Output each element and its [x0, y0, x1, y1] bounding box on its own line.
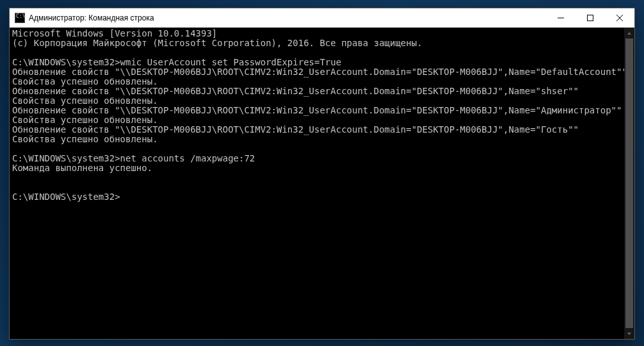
titlebar[interactable]: C:\_ Администратор: Командная строка: [10, 8, 634, 28]
cmd-icon: C:\_: [15, 13, 25, 23]
svg-marker-4: [627, 32, 631, 35]
terminal-line: Обновление свойств "\\DESKTOP-M006BJJ\RO…: [12, 106, 622, 115]
terminal-line: [12, 48, 622, 58]
svg-marker-5: [627, 333, 631, 335]
terminal-line: Обновление свойств "\\DESKTOP-M006BJJ\RO…: [12, 86, 622, 96]
cmd-window: C:\_ Администратор: Командная строка Mic…: [9, 8, 635, 340]
scrollbar-thumb[interactable]: [625, 38, 633, 328]
window-title: Администратор: Командная строка: [29, 13, 154, 22]
terminal-line: Свойства успешно обновлены.: [12, 135, 622, 144]
scrollbar-track[interactable]: [624, 38, 634, 328]
terminal-line: (c) Корпорация Майкрософт (Microsoft Cor…: [12, 38, 622, 48]
terminal-line: C:\WINDOWS\system32>wmic UserAccount set…: [12, 58, 622, 67]
terminal-line: Свойства успешно обновлены.: [12, 115, 622, 125]
terminal-line: C:\WINDOWS\system32>net accounts /maxpwa…: [12, 154, 622, 163]
terminal-line: Обновление свойств "\\DESKTOP-M006BJJ\RO…: [12, 67, 622, 77]
terminal-line: [12, 183, 622, 192]
vertical-scrollbar[interactable]: [624, 28, 634, 339]
terminal-line: Обновление свойств "\\DESKTOP-M006BJJ\RO…: [12, 125, 622, 135]
terminal-line: [12, 144, 622, 154]
terminal-line: Свойства успешно обновлены.: [12, 77, 622, 86]
terminal-line: Microsoft Windows [Version 10.0.14393]: [12, 29, 622, 38]
terminal-line: [12, 173, 622, 183]
maximize-button[interactable]: [576, 8, 605, 28]
terminal-line: C:\WINDOWS\system32>: [12, 192, 622, 202]
client-area: Microsoft Windows [Version 10.0.14393](c…: [10, 28, 634, 339]
svg-rect-1: [588, 15, 593, 21]
terminal-line: Команда выполнена успешно.: [12, 163, 622, 173]
terminal-output[interactable]: Microsoft Windows [Version 10.0.14393](c…: [10, 28, 624, 339]
minimize-button[interactable]: [546, 8, 576, 28]
scroll-up-arrow-icon[interactable]: [624, 28, 634, 38]
close-button[interactable]: [605, 8, 634, 28]
scroll-down-arrow-icon[interactable]: [624, 328, 634, 339]
terminal-line: Свойства успешно обновлены.: [12, 96, 622, 106]
